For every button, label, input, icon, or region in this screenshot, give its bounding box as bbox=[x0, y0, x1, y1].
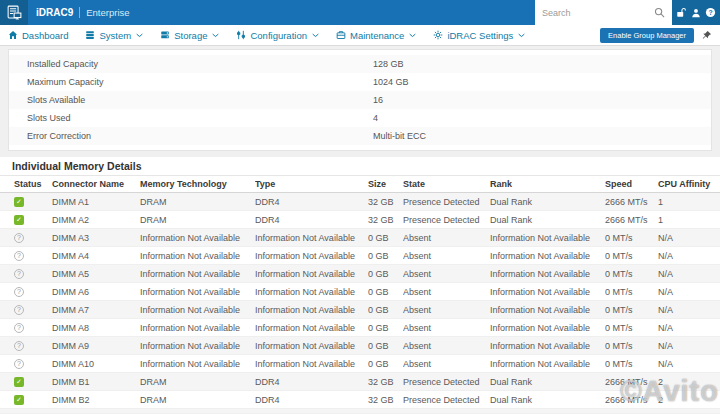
search-input[interactable] bbox=[542, 8, 654, 18]
column-header: Status bbox=[14, 179, 52, 189]
state-cell: Absent bbox=[403, 341, 490, 351]
size-cell: 0 GB bbox=[368, 305, 403, 315]
state-cell: Absent bbox=[403, 269, 490, 279]
nav-item-storage[interactable]: Storage bbox=[160, 30, 219, 41]
help-icon[interactable]: ? bbox=[705, 7, 716, 18]
type-cell: DDR4 bbox=[255, 377, 368, 387]
type-cell: Information Not Available bbox=[255, 251, 368, 261]
speed-cell: 0 MT/s bbox=[605, 359, 658, 369]
maintenance-icon bbox=[336, 30, 346, 40]
rank-cell: Dual Rank bbox=[490, 215, 605, 225]
affinity-cell: N/A bbox=[658, 359, 720, 369]
size-cell: 0 GB bbox=[368, 341, 403, 351]
connector-cell: DIMM A4 bbox=[52, 251, 140, 261]
state-cell: Presence Detected bbox=[403, 377, 490, 387]
speed-cell: 2666 MT/s bbox=[605, 215, 658, 225]
summary-value: 128 GB bbox=[373, 59, 404, 69]
chevron-down-icon bbox=[518, 33, 525, 38]
affinity-cell: 2 bbox=[658, 377, 720, 387]
rank-cell: Information Not Available bbox=[490, 323, 605, 333]
status-unknown-icon: ? bbox=[14, 287, 24, 297]
section-title: Individual Memory Details bbox=[0, 157, 720, 175]
pin-icon[interactable] bbox=[701, 30, 712, 41]
affinity-cell: 1 bbox=[658, 197, 720, 207]
technology-cell: DRAM bbox=[140, 395, 255, 405]
summary-label: Slots Used bbox=[27, 113, 373, 123]
chevron-down-icon bbox=[212, 33, 219, 38]
chevron-down-icon bbox=[312, 33, 319, 38]
nav-item-system[interactable]: System bbox=[85, 30, 143, 41]
affinity-cell: 1 bbox=[658, 215, 720, 225]
speed-cell: 2666 MT/s bbox=[605, 377, 658, 387]
status-cell: ? bbox=[14, 304, 52, 315]
rank-cell: Dual Rank bbox=[490, 377, 605, 387]
type-cell: DDR4 bbox=[255, 197, 368, 207]
status-unknown-icon: ? bbox=[14, 341, 24, 351]
size-cell: 0 GB bbox=[368, 251, 403, 261]
connector-cell: DIMM A6 bbox=[52, 287, 140, 297]
affinity-cell: N/A bbox=[658, 287, 720, 297]
storage-icon bbox=[160, 30, 170, 40]
summary-row: Maximum Capacity 1024 GB bbox=[9, 73, 711, 91]
nav-item-configuration[interactable]: Configuration bbox=[236, 30, 319, 41]
table-row: ? DIMM A8 Information Not Available Info… bbox=[0, 319, 720, 337]
brand-name: iDRAC9 bbox=[36, 7, 73, 18]
speed-cell: 0 MT/s bbox=[605, 233, 658, 243]
status-cell: ? bbox=[14, 268, 52, 279]
topbar-icon-group: ? bbox=[672, 0, 720, 25]
column-header: Connector Name bbox=[52, 179, 140, 189]
connector-cell: DIMM B1 bbox=[52, 377, 140, 387]
speed-cell: 0 MT/s bbox=[605, 323, 658, 333]
nav-item-idrac-settings[interactable]: iDRAC Settings bbox=[433, 30, 525, 41]
connector-cell: DIMM B2 bbox=[52, 395, 140, 405]
size-cell: 0 GB bbox=[368, 359, 403, 369]
affinity-cell: N/A bbox=[658, 233, 720, 243]
table-row: ✓ DIMM B1 DRAM DDR4 32 GB Presence Detec… bbox=[0, 373, 720, 391]
column-header: Rank bbox=[490, 179, 605, 189]
nav-item-label: Configuration bbox=[250, 30, 307, 41]
nav-item-label: iDRAC Settings bbox=[447, 30, 513, 41]
user-icon[interactable] bbox=[691, 8, 701, 18]
svg-text:?: ? bbox=[708, 9, 712, 16]
state-cell: Absent bbox=[403, 287, 490, 297]
type-cell: Information Not Available bbox=[255, 269, 368, 279]
rank-cell: Information Not Available bbox=[490, 359, 605, 369]
rank-cell: Information Not Available bbox=[490, 305, 605, 315]
table-row: ? DIMM A4 Information Not Available Info… bbox=[0, 247, 720, 265]
summary-value: Multi-bit ECC bbox=[373, 131, 426, 141]
summary-label: Maximum Capacity bbox=[27, 77, 373, 87]
summary-label: Installed Capacity bbox=[27, 59, 373, 69]
technology-cell: Information Not Available bbox=[140, 323, 255, 333]
enable-group-manager-button[interactable]: Enable Group Manager bbox=[600, 28, 694, 43]
search-icon[interactable] bbox=[654, 7, 665, 18]
search-box[interactable] bbox=[535, 0, 672, 25]
nav-item-label: System bbox=[99, 30, 131, 41]
state-cell: Presence Detected bbox=[403, 197, 490, 207]
speed-cell: 2666 MT/s bbox=[605, 197, 658, 207]
summary-label: Slots Available bbox=[27, 95, 373, 105]
status-unknown-icon: ? bbox=[14, 323, 24, 333]
unlock-icon[interactable] bbox=[676, 7, 687, 18]
state-cell: Absent bbox=[403, 323, 490, 333]
nav-item-maintenance[interactable]: Maintenance bbox=[336, 30, 416, 41]
summary-value: 16 bbox=[373, 95, 383, 105]
technology-cell: Information Not Available bbox=[140, 287, 255, 297]
connector-cell: DIMM A10 bbox=[52, 359, 140, 369]
status-unknown-icon: ? bbox=[14, 233, 24, 243]
partial-next-row bbox=[0, 409, 720, 413]
size-cell: 0 GB bbox=[368, 323, 403, 333]
nav-item-label: Dashboard bbox=[22, 30, 68, 41]
memory-summary-card: Installed Capacity 128 GB Maximum Capaci… bbox=[8, 49, 712, 151]
technology-cell: Information Not Available bbox=[140, 305, 255, 315]
brand-divider bbox=[79, 7, 80, 18]
type-cell: Information Not Available bbox=[255, 305, 368, 315]
state-cell: Absent bbox=[403, 359, 490, 369]
connector-cell: DIMM A5 bbox=[52, 269, 140, 279]
state-cell: Presence Detected bbox=[403, 395, 490, 405]
server-logo-icon bbox=[7, 5, 22, 20]
configuration-icon bbox=[236, 30, 246, 40]
status-ok-icon: ✓ bbox=[14, 377, 24, 387]
nav-item-dashboard[interactable]: Dashboard bbox=[8, 30, 68, 41]
idrac-logo[interactable] bbox=[0, 0, 28, 25]
connector-cell: DIMM A9 bbox=[52, 341, 140, 351]
